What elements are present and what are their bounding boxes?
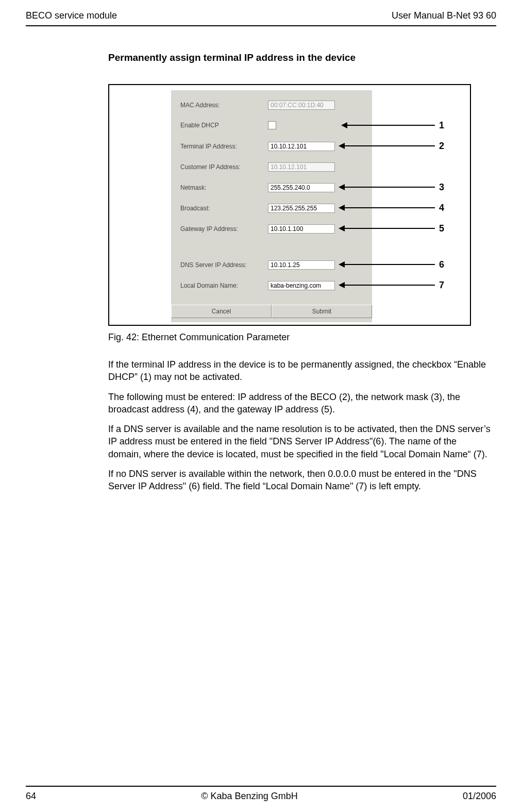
callout-num-7: 7 bbox=[439, 280, 444, 291]
broadcast-label: Broadcast: bbox=[180, 205, 268, 212]
paragraph-1: If the terminal IP address in the device… bbox=[108, 358, 491, 384]
dns-field[interactable] bbox=[268, 260, 335, 270]
header-right: User Manual B-Net 93 60 bbox=[392, 10, 496, 21]
button-row: Cancel Submit bbox=[171, 305, 372, 318]
footer-center: © Kaba Benzing GmbH bbox=[201, 791, 297, 802]
footer-rule bbox=[26, 786, 496, 787]
netmask-label: Netmask: bbox=[180, 184, 268, 191]
callout-num-1: 1 bbox=[439, 120, 444, 131]
callout-num-4: 4 bbox=[439, 203, 444, 213]
row-terminal-ip: Terminal IP Address: bbox=[180, 142, 335, 151]
gateway-label: Gateway IP Address: bbox=[180, 225, 268, 233]
terminal-ip-label: Terminal IP Address: bbox=[180, 143, 268, 150]
dns-label: DNS Server IP Address: bbox=[180, 261, 268, 269]
cancel-button[interactable]: Cancel bbox=[171, 305, 272, 318]
section-title: Permanently assign terminal IP address i… bbox=[108, 52, 491, 63]
callout-num-5: 5 bbox=[439, 223, 444, 234]
row-dhcp: Enable DHCP bbox=[180, 121, 276, 129]
submit-button[interactable]: Submit bbox=[272, 305, 372, 318]
footer-row: 64 © Kaba Benzing GmbH 01/2006 bbox=[26, 791, 496, 802]
gateway-field[interactable] bbox=[268, 224, 335, 234]
page-number: 64 bbox=[26, 791, 36, 802]
dhcp-checkbox[interactable] bbox=[268, 121, 276, 129]
header: BECO service module User Manual B-Net 93… bbox=[26, 10, 496, 25]
content: Permanently assign terminal IP address i… bbox=[108, 52, 491, 493]
customer-ip-field bbox=[268, 162, 335, 172]
row-customer-ip: Customer IP Address: bbox=[180, 162, 335, 172]
paragraph-4: If no DNS server is available within the… bbox=[108, 468, 491, 493]
paragraph-2: The following must be entered: IP addres… bbox=[108, 391, 491, 416]
row-gateway: Gateway IP Address: bbox=[180, 224, 335, 234]
footer: 64 © Kaba Benzing GmbH 01/2006 bbox=[26, 786, 496, 802]
row-dns: DNS Server IP Address: bbox=[180, 260, 335, 270]
dhcp-label: Enable DHCP bbox=[180, 122, 268, 129]
domain-field[interactable] bbox=[268, 281, 335, 290]
mac-field bbox=[268, 101, 335, 110]
figure: MAC Address: Enable DHCP Terminal IP Add… bbox=[108, 84, 471, 326]
row-domain: Local Domain Name: bbox=[180, 281, 335, 290]
figure-caption: Fig. 42: Ethernet Communication Paramete… bbox=[108, 332, 491, 343]
footer-date: 01/2006 bbox=[463, 791, 496, 802]
header-rule bbox=[26, 25, 496, 26]
broadcast-field[interactable] bbox=[268, 204, 335, 213]
callout-num-3: 3 bbox=[439, 182, 444, 193]
customer-ip-label: Customer IP Address: bbox=[180, 163, 268, 171]
header-left: BECO service module bbox=[26, 10, 117, 21]
row-broadcast: Broadcast: bbox=[180, 204, 335, 213]
terminal-ip-field[interactable] bbox=[268, 142, 335, 151]
page: BECO service module User Manual B-Net 93… bbox=[0, 0, 522, 812]
netmask-field[interactable] bbox=[268, 183, 335, 192]
callout-num-6: 6 bbox=[439, 259, 444, 270]
row-mac: MAC Address: bbox=[180, 101, 335, 110]
mac-label: MAC Address: bbox=[180, 102, 268, 109]
row-netmask: Netmask: bbox=[180, 183, 335, 192]
paragraph-3: If a DNS server is available and the nam… bbox=[108, 423, 491, 460]
callout-num-2: 2 bbox=[439, 141, 444, 152]
domain-label: Local Domain Name: bbox=[180, 282, 268, 289]
